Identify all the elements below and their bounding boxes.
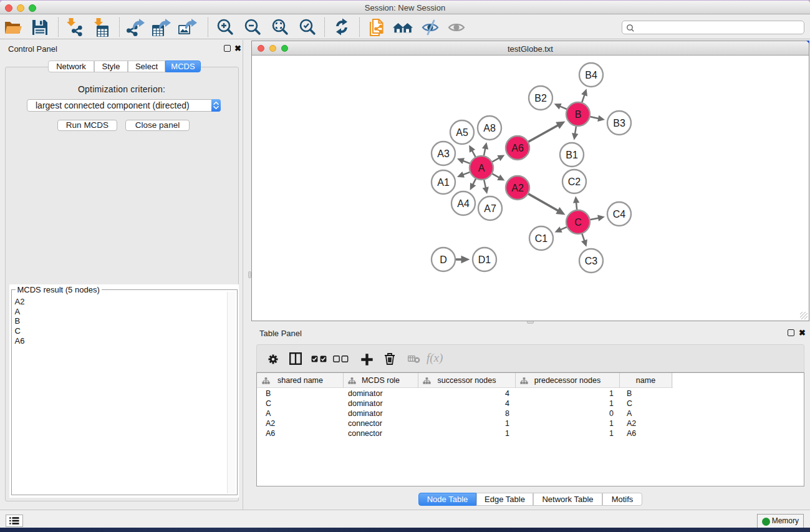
svg-text:A7: A7 — [484, 203, 496, 214]
svg-text:B1: B1 — [566, 150, 578, 160]
svg-text:C3: C3 — [585, 256, 598, 266]
svg-text:A4: A4 — [457, 198, 470, 209]
svg-text:A2: A2 — [511, 183, 524, 193]
svg-text:C4: C4 — [613, 209, 626, 220]
svg-text:B2: B2 — [534, 93, 547, 104]
svg-text:D: D — [440, 254, 447, 265]
svg-text:f(x): f(x) — [427, 352, 443, 365]
svg-text:A3: A3 — [437, 148, 450, 159]
svg-text:D1: D1 — [478, 254, 491, 265]
svg-text:B: B — [575, 109, 582, 120]
svg-text:B4: B4 — [585, 70, 597, 80]
svg-text:A5: A5 — [456, 127, 468, 138]
svg-text:C: C — [574, 217, 582, 228]
svg-text:B3: B3 — [613, 118, 625, 128]
svg-text:A1: A1 — [437, 177, 450, 188]
svg-text:A6: A6 — [511, 143, 524, 153]
svg-text:A: A — [478, 163, 485, 173]
svg-text:A8: A8 — [483, 123, 496, 133]
svg-text:C2: C2 — [568, 177, 581, 187]
svg-text:C1: C1 — [535, 233, 548, 244]
